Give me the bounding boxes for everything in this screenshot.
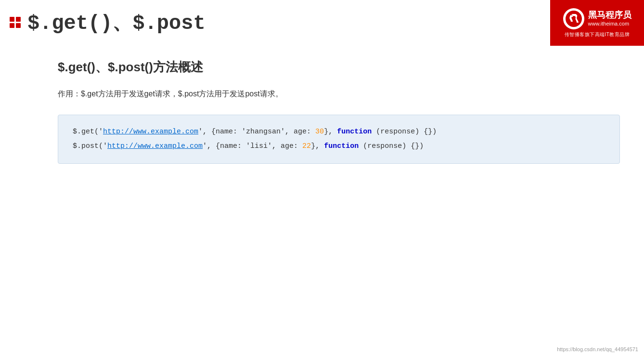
code-post-keyword: function (324, 142, 359, 150)
dot-2 (16, 17, 21, 22)
page-header: $.get()、$.post (0, 0, 644, 44)
header-dots-icon (10, 17, 21, 28)
code-get-url: http://www.example.com (103, 128, 198, 136)
code-post-middle: ', {name: 'lisi', age: (203, 142, 302, 150)
code-line-1: $.get('http://www.example.com', {name: '… (73, 125, 605, 139)
code-post-end: (response) {}) (359, 142, 424, 150)
brand-circle-icon (563, 8, 584, 29)
svg-point-1 (571, 14, 573, 17)
section-title: $.get()、$.post()方法概述 (58, 59, 620, 76)
code-get-suffix: }, (324, 128, 337, 136)
brand-logo-inner: 黑马程序员 www.itheima.com (563, 8, 631, 29)
description-text: 作用：$.get方法用于发送get请求，$.post方法用于发送post请求。 (58, 88, 620, 100)
dot-3 (10, 23, 14, 28)
code-get-number: 30 (315, 128, 324, 136)
code-line-2: $.post('http://www.example.com', {name: … (73, 139, 605, 154)
code-get-keyword: function (337, 128, 372, 136)
code-post-prefix: $.post(' (73, 142, 107, 150)
brand-slogan: 传智播客旗下高端IT教育品牌 (565, 31, 630, 38)
code-post-suffix: }, (311, 142, 324, 150)
code-post-number: 22 (302, 142, 311, 150)
main-content: $.get()、$.post()方法概述 作用：$.get方法用于发送get请求… (0, 44, 644, 173)
code-get-prefix: $.get(' (73, 128, 103, 136)
code-get-end: (response) {}) (372, 128, 437, 136)
code-block: $.get('http://www.example.com', {name: '… (58, 115, 620, 164)
svg-point-2 (571, 14, 572, 15)
brand-text-group: 黑马程序员 www.itheima.com (588, 10, 631, 27)
dot-1 (10, 17, 14, 22)
footer-url: https://blog.csdn.net/qq_44954571 (557, 346, 638, 352)
svg-point-0 (566, 11, 582, 27)
brand-url: www.itheima.com (588, 20, 631, 27)
horse-icon (565, 10, 582, 27)
page-title: $.get()、$.post (27, 9, 206, 36)
brand-logo: 黑马程序员 www.itheima.com 传智播客旗下高端IT教育品牌 (550, 0, 644, 46)
dot-4 (16, 23, 21, 28)
code-post-url: http://www.example.com (107, 142, 203, 150)
code-get-middle: ', {name: 'zhangsan', age: (198, 128, 315, 136)
brand-name: 黑马程序员 (588, 10, 631, 21)
